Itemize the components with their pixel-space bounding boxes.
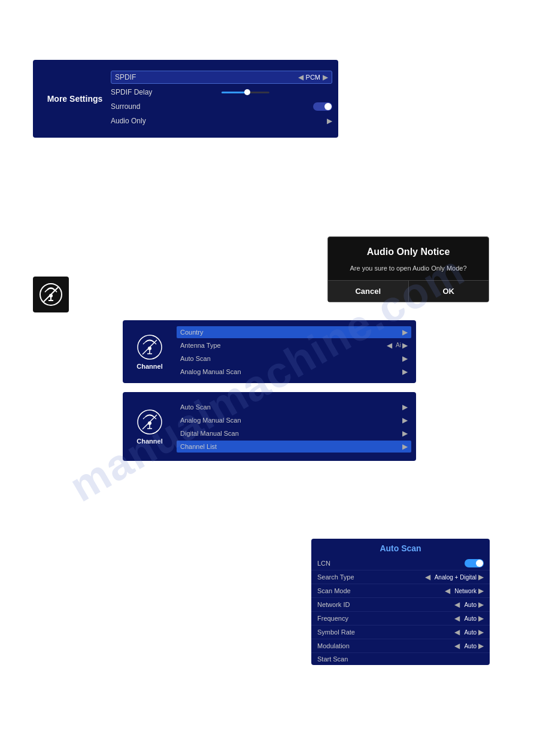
channel-icon-area-2: Channel bbox=[123, 409, 177, 445]
lcn-toggle[interactable] bbox=[465, 559, 484, 567]
network-id-label: Network ID bbox=[317, 601, 454, 608]
more-settings-label: More Settings bbox=[33, 94, 111, 104]
antenna-value: Ai bbox=[396, 342, 401, 348]
modulation-value: Auto bbox=[464, 643, 477, 649]
symbol-rate-arrow-right: ▶ bbox=[478, 628, 484, 636]
surround-row[interactable]: Surround bbox=[111, 101, 332, 113]
frequency-value: Auto bbox=[464, 615, 477, 622]
audio-only-row[interactable]: Audio Only ▶ bbox=[111, 115, 332, 127]
channel-label-1: Channel bbox=[136, 363, 162, 370]
modulation-arrow-left: ◀ bbox=[454, 642, 460, 650]
antenna-arrow-right: ▶ bbox=[402, 341, 408, 350]
channel-list-arrow: ▶ bbox=[402, 442, 408, 451]
start-scan-row[interactable]: Start Scan bbox=[311, 653, 490, 665]
digital-manual-label: Digital Manual Scan bbox=[180, 430, 402, 437]
scan-mode-value: Network bbox=[454, 588, 477, 594]
frequency-arrow-right: ▶ bbox=[478, 614, 484, 623]
analog-manual-label-1: Analog Manual Scan bbox=[180, 368, 402, 375]
frequency-arrow-left: ◀ bbox=[454, 614, 460, 623]
audio-notice-dialog: Audio Only Notice Are you sure to open A… bbox=[327, 236, 489, 302]
channel-icon-standalone bbox=[33, 277, 69, 312]
spdif-delay-row[interactable]: SPDIF Delay bbox=[111, 86, 332, 98]
svg-point-9 bbox=[148, 421, 151, 425]
network-id-arrow-left: ◀ bbox=[454, 600, 460, 609]
lcn-row[interactable]: LCN bbox=[311, 557, 490, 570]
spdif-arrow-right: ▶ bbox=[323, 73, 328, 81]
country-label: Country bbox=[180, 329, 402, 336]
no-signal-icon bbox=[39, 283, 63, 306]
channel-menu-channel-list[interactable]: Channel List ▶ bbox=[177, 441, 411, 453]
channel-menu-country[interactable]: Country ▶ bbox=[177, 326, 411, 338]
ok-button[interactable]: OK bbox=[409, 281, 489, 302]
autoscan-panel: Auto Scan LCN Search Type ◀ Analog + Dig… bbox=[311, 539, 490, 665]
channel-panel-1: Channel Country ▶ Antenna Type ◀ Ai ▶ Au… bbox=[123, 320, 416, 383]
spdif-value: PCM bbox=[306, 74, 320, 81]
more-settings-panel: More Settings SPDIF ◀ PCM ▶ SPDIF Delay … bbox=[33, 60, 338, 138]
symbol-rate-arrow-left: ◀ bbox=[454, 628, 460, 636]
scan-mode-label: Scan Mode bbox=[317, 587, 445, 594]
lcn-label: LCN bbox=[317, 560, 465, 567]
search-type-value: Analog + Digital bbox=[435, 574, 477, 581]
slider-thumb bbox=[244, 89, 250, 95]
channel-menu-autoscan[interactable]: Auto Scan ▶ bbox=[177, 353, 411, 365]
more-settings-rows: SPDIF ◀ PCM ▶ SPDIF Delay Surround Audio… bbox=[111, 71, 338, 127]
modulation-arrow-right: ▶ bbox=[478, 642, 484, 650]
channel-menu-autoscan-2[interactable]: Auto Scan ▶ bbox=[177, 401, 411, 413]
network-id-arrow-right: ▶ bbox=[478, 600, 484, 609]
dialog-buttons: Cancel OK bbox=[328, 280, 489, 302]
spdif-delay-label: SPDIF Delay bbox=[111, 88, 222, 96]
cancel-button[interactable]: Cancel bbox=[328, 281, 409, 302]
slider-track bbox=[222, 92, 269, 93]
channel-menu-antenna[interactable]: Antenna Type ◀ Ai ▶ bbox=[177, 339, 411, 351]
spdif-row[interactable]: SPDIF ◀ PCM ▶ bbox=[111, 71, 332, 84]
channel-list-label: Channel List bbox=[180, 443, 402, 450]
lcn-knob bbox=[476, 560, 483, 567]
surround-knob bbox=[324, 103, 332, 110]
analog-manual-arrow-1: ▶ bbox=[402, 368, 408, 376]
audio-only-label: Audio Only bbox=[111, 117, 327, 125]
symbol-rate-row[interactable]: Symbol Rate ◀ Auto ▶ bbox=[311, 626, 490, 639]
autoscan-title: Auto Scan bbox=[311, 539, 490, 557]
svg-point-1 bbox=[49, 294, 53, 297]
digital-manual-arrow: ▶ bbox=[402, 429, 408, 438]
channel-menu-2: Auto Scan ▶ Analog Manual Scan ▶ Digital… bbox=[177, 401, 416, 453]
dialog-message: Are you sure to open Audio Only Mode? bbox=[328, 262, 489, 280]
search-type-arrow-right: ▶ bbox=[478, 573, 484, 581]
search-type-row[interactable]: Search Type ◀ Analog + Digital ▶ bbox=[311, 570, 490, 584]
autoscan-label-1: Auto Scan bbox=[180, 355, 402, 362]
audio-only-arrow: ▶ bbox=[327, 117, 332, 125]
channel-icon-area-1: Channel bbox=[123, 334, 177, 370]
channel-menu-1: Country ▶ Antenna Type ◀ Ai ▶ Auto Scan … bbox=[177, 326, 416, 378]
surround-label: Surround bbox=[111, 102, 313, 111]
analog-manual-label-2: Analog Manual Scan bbox=[180, 417, 402, 424]
analog-manual-arrow-2: ▶ bbox=[402, 416, 408, 424]
search-type-arrow-left: ◀ bbox=[425, 573, 430, 581]
antenna-label: Antenna Type bbox=[180, 342, 387, 349]
modulation-label: Modulation bbox=[317, 642, 454, 649]
modulation-row[interactable]: Modulation ◀ Auto ▶ bbox=[311, 639, 490, 653]
dialog-title: Audio Only Notice bbox=[328, 237, 489, 262]
surround-toggle[interactable] bbox=[313, 102, 332, 111]
scan-mode-arrow-right: ▶ bbox=[478, 587, 484, 595]
search-type-label: Search Type bbox=[317, 573, 425, 581]
autoscan-label-2: Auto Scan bbox=[180, 403, 402, 411]
channel-label-2: Channel bbox=[136, 438, 162, 445]
scan-mode-row[interactable]: Scan Mode ◀ Network ▶ bbox=[311, 584, 490, 598]
spdif-label: SPDIF bbox=[115, 73, 298, 81]
channel-panel-2: Channel Auto Scan ▶ Analog Manual Scan ▶… bbox=[123, 392, 416, 461]
slider-fill bbox=[222, 92, 245, 93]
spdif-delay-slider[interactable] bbox=[222, 92, 332, 93]
svg-point-5 bbox=[148, 347, 151, 350]
channel-menu-analog-manual-2[interactable]: Analog Manual Scan ▶ bbox=[177, 414, 411, 426]
symbol-rate-value: Auto bbox=[464, 629, 477, 636]
country-arrow: ▶ bbox=[402, 328, 408, 336]
scan-mode-arrow-left: ◀ bbox=[445, 587, 450, 595]
autoscan-arrow-2: ▶ bbox=[402, 403, 408, 411]
frequency-row[interactable]: Frequency ◀ Auto ▶ bbox=[311, 612, 490, 626]
start-scan-label: Start Scan bbox=[317, 655, 484, 663]
symbol-rate-label: Symbol Rate bbox=[317, 629, 454, 636]
network-id-row[interactable]: Network ID ◀ Auto ▶ bbox=[311, 598, 490, 612]
spdif-arrow-left: ◀ bbox=[298, 73, 304, 81]
channel-menu-analog-manual[interactable]: Analog Manual Scan ▶ bbox=[177, 366, 411, 378]
channel-menu-digital-manual[interactable]: Digital Manual Scan ▶ bbox=[177, 427, 411, 439]
